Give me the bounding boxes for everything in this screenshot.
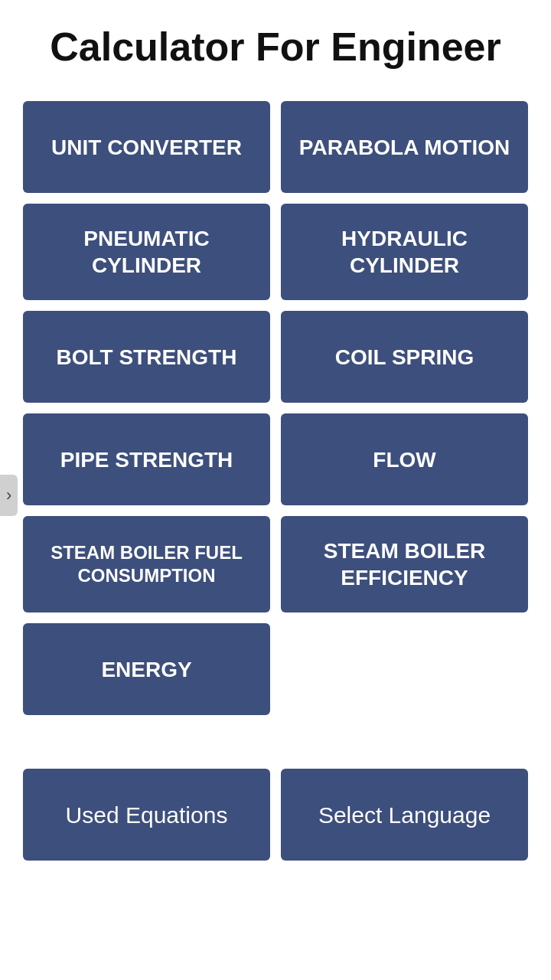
energy-button[interactable]: ENERGY <box>23 623 270 715</box>
page-title: Calculator For Engineer <box>0 0 551 86</box>
pipe-strength-button[interactable]: PIPE STRENGTH <box>23 413 270 505</box>
pneumatic-cylinder-button[interactable]: PNEUMATIC CYLINDER <box>23 204 270 300</box>
hydraulic-cylinder-button[interactable]: HYDRAULIC CYLINDER <box>281 204 528 300</box>
unit-converter-button[interactable]: UNIT CONVERTER <box>23 101 270 193</box>
bolt-strength-button[interactable]: BOLT STRENGTH <box>23 311 270 403</box>
select-language-button[interactable]: Select Language <box>281 769 528 861</box>
steam-boiler-efficiency-button[interactable]: STEAM BOILER EFFICIENCY <box>281 516 528 612</box>
used-equations-button[interactable]: Used Equations <box>23 769 270 861</box>
bottom-section: Used Equations Select Language <box>0 769 551 861</box>
flow-button[interactable]: FLOW <box>281 413 528 505</box>
coil-spring-button[interactable]: COIL SPRING <box>281 311 528 403</box>
side-arrow[interactable]: › <box>0 475 18 516</box>
parabola-motion-button[interactable]: PARABOLA MOTION <box>281 101 528 193</box>
calculator-grid: UNIT CONVERTER PARABOLA MOTION PNEUMATIC… <box>0 93 551 723</box>
steam-boiler-fuel-button[interactable]: STEAM BOILER FUEL CONSUMPTION <box>23 516 270 612</box>
